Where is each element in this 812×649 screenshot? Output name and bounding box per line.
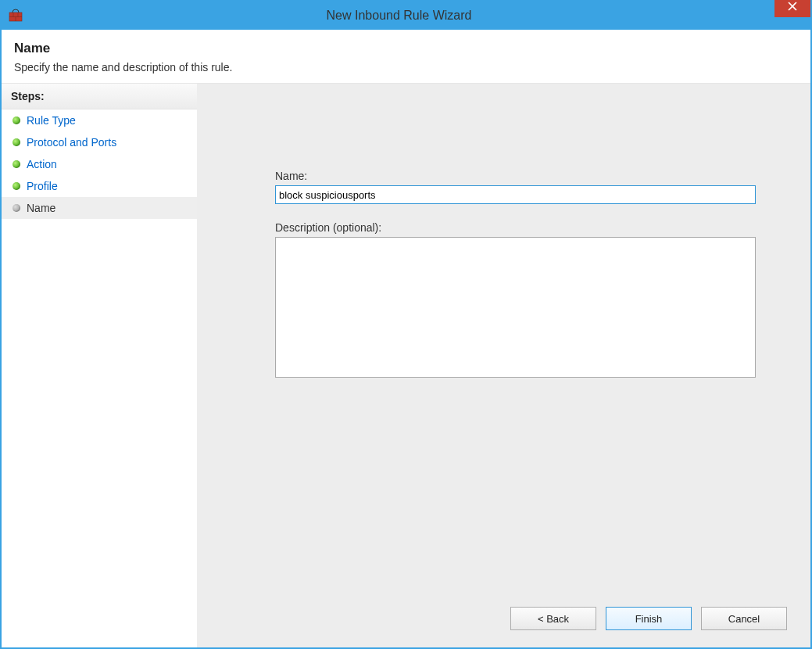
- wizard-header: Name Specify the name and description of…: [2, 30, 810, 84]
- description-textarea[interactable]: [275, 237, 756, 378]
- wizard-window: New Inbound Rule Wizard Name Specify the…: [0, 0, 812, 649]
- step-label: Profile: [27, 180, 58, 192]
- cancel-button[interactable]: Cancel: [701, 607, 787, 630]
- close-button[interactable]: [774, 0, 810, 17]
- step-protocol-and-ports[interactable]: Protocol and Ports: [2, 131, 197, 153]
- step-label: Name: [27, 202, 55, 214]
- name-input[interactable]: [275, 185, 756, 204]
- finish-button[interactable]: Finish: [606, 607, 692, 630]
- wizard-body: Steps: Rule Type Protocol and Ports Acti…: [2, 84, 810, 647]
- bullet-icon: [13, 117, 20, 124]
- name-label: Name:: [275, 170, 756, 182]
- bullet-icon: [13, 182, 20, 190]
- step-label: Rule Type: [27, 114, 76, 127]
- steps-list: Rule Type Protocol and Ports Action Prof…: [2, 109, 197, 219]
- form-area: Name: Description (optional):: [275, 170, 756, 380]
- firewall-icon: [8, 8, 23, 23]
- steps-sidebar: Steps: Rule Type Protocol and Ports Acti…: [2, 84, 197, 647]
- bullet-icon: [13, 160, 20, 168]
- bullet-icon: [13, 204, 20, 212]
- wizard-button-row: < Back Finish Cancel: [510, 607, 787, 630]
- step-profile[interactable]: Profile: [2, 175, 197, 197]
- step-label: Action: [27, 158, 57, 170]
- page-subtitle: Specify the name and description of this…: [14, 61, 798, 74]
- wizard-main-panel: Name: Description (optional): < Back Fin…: [197, 84, 810, 647]
- title-bar: New Inbound Rule Wizard: [2, 2, 810, 30]
- page-title: Name: [14, 41, 798, 56]
- step-action[interactable]: Action: [2, 153, 197, 175]
- steps-heading: Steps:: [2, 84, 197, 109]
- step-rule-type[interactable]: Rule Type: [2, 109, 197, 131]
- bullet-icon: [13, 138, 20, 146]
- close-icon: [788, 2, 797, 11]
- back-button[interactable]: < Back: [510, 607, 596, 630]
- window-title: New Inbound Rule Wizard: [23, 9, 774, 23]
- step-label: Protocol and Ports: [27, 136, 116, 149]
- description-label: Description (optional):: [275, 221, 756, 234]
- step-name[interactable]: Name: [2, 197, 197, 219]
